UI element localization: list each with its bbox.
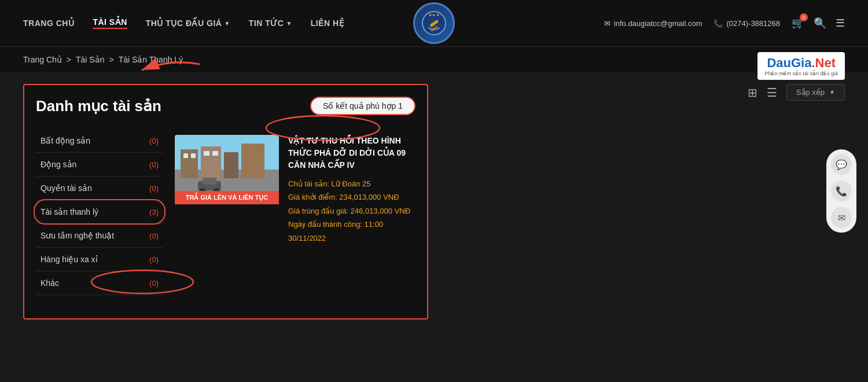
breadcrumb-current: Tài Sản Thanh Lý bbox=[119, 55, 183, 64]
svg-rect-10 bbox=[241, 144, 264, 178]
chevron-down-icon: ▼ bbox=[829, 89, 835, 95]
product-info: VẬT TƯ THU HỒI THEO HÌNH THỨC PHÁ DỠ DI … bbox=[288, 135, 415, 245]
category-suu-tam[interactable]: Sưu tầm nghệ thuật (0) bbox=[36, 224, 163, 248]
nav-thu-tuc[interactable]: THỦ TỤC ĐẤU GIÁ ▼ bbox=[146, 19, 230, 28]
header-action-icons: 🛒 0 🔍 ☰ bbox=[792, 17, 845, 30]
search-button[interactable]: 🔍 bbox=[814, 17, 826, 30]
result-badge: Số kết quả phù hợp 1 bbox=[310, 97, 415, 115]
nav-trang-chu[interactable]: TRANG CHỦ bbox=[23, 19, 74, 28]
category-list: Bất động sản (0) Động sản (0) Quyền tài … bbox=[36, 129, 163, 295]
main-nav: TRANG CHỦ TÀI SẢN THỦ TỤC ĐẤU GIÁ ▼ TIN … bbox=[23, 17, 344, 29]
category-tai-san-thanh-ly[interactable]: Tài sản thanh lý (3) bbox=[36, 200, 163, 224]
cart-badge: 0 bbox=[800, 13, 808, 21]
phone-contact: 📞 (0274)-3881268 bbox=[713, 19, 780, 28]
mail-side-button[interactable]: ✉ bbox=[831, 207, 852, 228]
logo-circle: ★ ★ ★ bbox=[413, 2, 455, 44]
svg-rect-9 bbox=[224, 152, 238, 178]
product-date: Ngày đấu thành công: 11:00 30/11/2022 bbox=[288, 218, 415, 245]
nav-tin-tuc[interactable]: TIN TỨC ▼ bbox=[249, 19, 292, 28]
product-start-price: Giá khởi điểm: 234,013,000 VNĐ bbox=[288, 190, 415, 204]
svg-rect-14 bbox=[212, 151, 218, 156]
product-item[interactable]: TRẢ GIÁ LÊN VÀ LIÊN TỤC VẬT TƯ THU HỒI T… bbox=[175, 135, 415, 245]
svg-rect-13 bbox=[204, 151, 209, 156]
breadcrumb-home[interactable]: Trang Chủ bbox=[23, 55, 62, 64]
product-title: VẬT TƯ THU HỒI THEO HÌNH THỨC PHÁ DỠ DI … bbox=[288, 135, 415, 171]
category-hang-hieu[interactable]: Hàng hiệu xa xỉ (0) bbox=[36, 248, 163, 271]
chevron-down-icon: ▼ bbox=[224, 20, 230, 27]
breadcrumb-sep-1: > bbox=[67, 55, 71, 64]
site-logo: ★ ★ ★ bbox=[413, 2, 455, 44]
menu-button[interactable]: ☰ bbox=[836, 17, 845, 30]
phone-side-button[interactable]: 📞 bbox=[831, 181, 852, 201]
category-bat-dong-san[interactable]: Bất động sản (0) bbox=[36, 129, 163, 153]
chevron-down-icon: ▼ bbox=[286, 20, 292, 27]
phone-side-icon: 📞 bbox=[836, 186, 847, 197]
product-badge: TRẢ GIÁ LÊN VÀ LIÊN TỤC bbox=[175, 191, 279, 204]
side-buttons: 💬 📞 ✉ bbox=[826, 149, 856, 233]
grid-view-icon[interactable]: ⊞ bbox=[748, 86, 757, 100]
nav-lien-he[interactable]: LIÊN HỆ bbox=[311, 19, 344, 28]
panel-body: Bất động sản (0) Động sản (0) Quyền tài … bbox=[36, 129, 415, 307]
product-section: TRẢ GIÁ LÊN VÀ LIÊN TỤC VẬT TƯ THU HỒI T… bbox=[175, 129, 415, 307]
header: TRANG CHỦ TÀI SẢN THỦ TỤC ĐẤU GIÁ ▼ TIN … bbox=[0, 0, 868, 46]
category-quyen-tai-san[interactable]: Quyền tài sản (0) bbox=[36, 177, 163, 200]
svg-rect-11 bbox=[183, 153, 188, 158]
product-owner: Chủ tài sản: Lữ Đoàn 25 bbox=[288, 177, 415, 190]
list-view-icon[interactable]: ☰ bbox=[767, 86, 777, 100]
daugia-logo-title: DauGia.Net bbox=[767, 56, 836, 71]
breadcrumb-bar: Trang Chủ > Tài Sản > Tài Sản Thanh Lý bbox=[0, 46, 868, 72]
phone-icon: 📞 bbox=[713, 19, 723, 28]
svg-text:★ ★ ★: ★ ★ ★ bbox=[429, 13, 439, 17]
mail-icon: ✉ bbox=[838, 212, 845, 223]
panel-header: Danh mục tài sản Số kết quả phù hợp 1 bbox=[36, 97, 415, 115]
svg-rect-16 bbox=[203, 178, 216, 185]
svg-rect-12 bbox=[191, 153, 196, 158]
breadcrumb-sep-2: > bbox=[109, 55, 114, 64]
left-panel: Danh mục tài sản Số kết quả phù hợp 1 Bấ… bbox=[23, 84, 428, 319]
main-content: Danh mục tài sản Số kết quả phù hợp 1 Bấ… bbox=[0, 72, 868, 331]
breadcrumb-tai-san[interactable]: Tài Sản bbox=[76, 55, 104, 64]
side-button-container: 💬 📞 ✉ bbox=[826, 149, 856, 233]
category-dong-san[interactable]: Động sản (0) bbox=[36, 153, 163, 177]
category-khac[interactable]: Khác (0) bbox=[36, 271, 163, 295]
right-panel: ⊞ ☰ Sắp xếp ▼ bbox=[440, 84, 845, 319]
nav-tai-san[interactable]: TÀI SẢN bbox=[93, 17, 127, 29]
sort-dropdown[interactable]: Sắp xếp ▼ bbox=[786, 84, 845, 101]
chat-side-button[interactable]: 💬 bbox=[831, 154, 852, 175]
chat-icon: 💬 bbox=[836, 159, 847, 170]
header-right: ✉ info.daugiatcc@gmail.com 📞 (0274)-3881… bbox=[604, 17, 845, 30]
product-image-container: TRẢ GIÁ LÊN VÀ LIÊN TỤC bbox=[175, 135, 279, 204]
panel-title: Danh mục tài sản bbox=[36, 97, 161, 115]
email-contact: ✉ info.daugiatcc@gmail.com bbox=[604, 19, 703, 28]
cart-button[interactable]: 🛒 0 bbox=[792, 17, 804, 30]
view-controls: ⊞ ☰ Sắp xếp ▼ bbox=[440, 84, 845, 101]
email-icon: ✉ bbox=[604, 19, 610, 28]
product-win-price: Giá trúng đấu giá: 246,013,000 VNĐ bbox=[288, 204, 415, 218]
